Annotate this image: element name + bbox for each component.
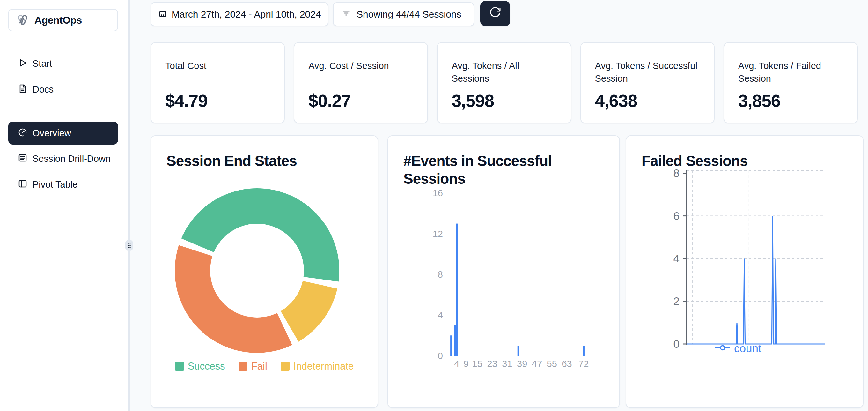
list-icon	[18, 153, 27, 164]
sidebar-item-session-drill-down[interactable]: Session Drill-Down	[8, 150, 118, 168]
stat-value: 3,856	[738, 91, 843, 111]
agentops-dashboard: AgentOps Start Docs	[0, 0, 868, 411]
filter-icon	[342, 9, 351, 20]
svg-text:4: 4	[454, 359, 459, 369]
sidebar: AgentOps Start Docs	[0, 0, 128, 411]
refresh-button[interactable]	[480, 1, 510, 26]
svg-text:15: 15	[472, 359, 483, 369]
svg-text:9: 9	[464, 359, 469, 369]
paperclip-logo-icon	[15, 12, 29, 28]
legend-item-success[interactable]: Success	[175, 360, 225, 372]
legend-item-fail[interactable]: Fail	[239, 360, 267, 372]
svg-text:4: 4	[438, 310, 443, 320]
svg-text:6: 6	[674, 210, 680, 222]
sidebar-item-label: Session Drill-Down	[33, 153, 111, 164]
failed-sessions-card: Failed Sessions 02468 count	[626, 135, 864, 408]
legend-swatch	[239, 362, 247, 371]
stat-value: 3,598	[452, 91, 556, 111]
date-range-label: March 27th, 2024 - April 10th, 2024	[172, 9, 321, 20]
sidebar-item-docs[interactable]: Docs	[8, 80, 118, 98]
sidebar-item-label: Start	[33, 58, 52, 69]
legend-label: Success	[188, 360, 225, 372]
svg-text:0: 0	[674, 337, 680, 350]
legend-item-indeterminate[interactable]: Indeterminate	[281, 360, 354, 372]
failed-sessions-chart: 02468	[626, 136, 864, 409]
sidebar-divider-top	[3, 41, 124, 41]
sidebar-drag-handle[interactable]	[125, 240, 133, 251]
sidebar-item-label: Pivot Table	[33, 179, 78, 190]
stat-label: Avg. Tokens / Successful Session	[595, 59, 700, 86]
legend-line-marker-icon	[714, 345, 731, 352]
svg-text:8: 8	[438, 269, 443, 280]
stat-card-avg-tokens-successful: Avg. Tokens / Successful Session 4,638	[580, 42, 715, 123]
date-range-button[interactable]: March 27th, 2024 - April 10th, 2024	[151, 2, 329, 26]
sidebar-item-start[interactable]: Start	[8, 55, 118, 72]
sidebar-item-pivot-table[interactable]: Pivot Table	[8, 176, 118, 194]
calendar-icon	[159, 9, 166, 20]
pivot-icon	[18, 179, 27, 190]
svg-text:8: 8	[674, 167, 680, 179]
stat-label: Avg. Tokens / Failed Session	[738, 59, 843, 86]
svg-text:31: 31	[502, 359, 512, 369]
document-icon	[18, 84, 27, 95]
svg-text:72: 72	[579, 359, 589, 369]
stat-label: Avg. Tokens / All Sessions	[452, 59, 556, 86]
svg-text:0: 0	[438, 351, 443, 361]
sessions-filter-label: Showing 44/44 Sessions	[356, 9, 461, 20]
stat-label: Avg. Cost / Session	[308, 59, 413, 86]
stat-card-avg-tokens-failed: Avg. Tokens / Failed Session 3,856	[723, 42, 858, 123]
gauge-icon	[18, 128, 27, 139]
refresh-icon	[489, 6, 502, 21]
sidebar-item-overview[interactable]: Overview	[8, 122, 118, 145]
legend-swatch	[281, 362, 289, 371]
svg-text:39: 39	[517, 359, 527, 369]
svg-text:55: 55	[547, 359, 557, 369]
stat-value: $0.27	[308, 91, 413, 111]
stat-card-avg-tokens-all: Avg. Tokens / All Sessions 3,598	[437, 42, 571, 123]
svg-text:47: 47	[532, 359, 542, 369]
sidebar-item-label: Overview	[33, 128, 71, 139]
line-chart-legend[interactable]: count	[714, 342, 762, 355]
stat-card-avg-cost-session: Avg. Cost / Session $0.27	[294, 42, 428, 123]
stat-value: $4.79	[165, 91, 270, 111]
stat-cards-row: Total Cost $4.79 Avg. Cost / Session $0.…	[151, 42, 858, 123]
legend-label: Fail	[251, 360, 267, 372]
svg-text:16: 16	[433, 188, 443, 198]
logo[interactable]: AgentOps	[8, 9, 118, 31]
stat-label: Total Cost	[165, 59, 270, 86]
donut-legend: Success Fail Indeterminate	[151, 360, 377, 372]
svg-text:63: 63	[562, 359, 572, 369]
legend-label: Indeterminate	[293, 360, 354, 372]
svg-text:4: 4	[674, 252, 680, 265]
events-bar-chart: 0481216491523313947556372	[388, 136, 621, 409]
sidebar-resize-divider	[128, 0, 130, 411]
events-in-successful-sessions-card: #Events in Successful Sessions 048121649…	[388, 135, 620, 408]
session-end-states-card: Session End States Success Fail Indeterm…	[151, 135, 378, 408]
svg-text:23: 23	[487, 359, 497, 369]
sidebar-item-label: Docs	[33, 84, 54, 95]
sessions-filter-button[interactable]: Showing 44/44 Sessions	[333, 2, 474, 26]
app-title: AgentOps	[34, 14, 82, 26]
legend-label: count	[734, 342, 762, 355]
svg-text:12: 12	[433, 229, 443, 239]
legend-swatch	[175, 362, 184, 371]
play-icon	[18, 58, 27, 69]
sidebar-divider-bottom	[3, 111, 124, 111]
stat-card-total-cost: Total Cost $4.79	[151, 42, 285, 123]
svg-text:2: 2	[674, 295, 680, 307]
grip-dots-icon	[127, 242, 131, 249]
stat-value: 4,638	[595, 91, 700, 111]
